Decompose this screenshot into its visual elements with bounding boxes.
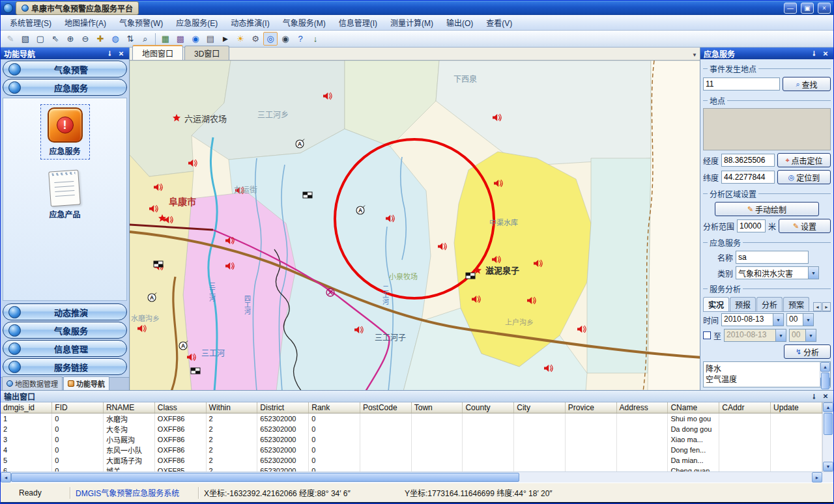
select-pointer-icon[interactable]: ⇖	[48, 32, 63, 46]
hour-to-combo[interactable]: 00 ▼	[789, 329, 816, 342]
analysis-tab-3[interactable]: 预案	[783, 297, 809, 311]
analyze-button[interactable]: ↯ 分析	[784, 344, 831, 359]
dropdown-arrow-icon[interactable]: ▼	[803, 314, 813, 326]
pin-icon[interactable]: ⊸	[810, 49, 819, 58]
pin-icon[interactable]: ⊸	[810, 392, 819, 401]
column-header-provice[interactable]: Provice	[565, 402, 616, 413]
column-header-fid[interactable]: FID	[52, 402, 104, 413]
close-icon[interactable]: ✕	[821, 49, 830, 58]
to-checkbox[interactable]	[703, 331, 711, 339]
column-header-cname[interactable]: CName	[668, 402, 719, 413]
export-data-icon[interactable]: ↓	[308, 32, 323, 46]
select-features-icon[interactable]: ▧	[18, 32, 33, 46]
map-export-icon[interactable]: ◉	[188, 32, 203, 46]
menu-item-7[interactable]: 测量计算(M)	[384, 16, 440, 29]
output-vertical-scrollbar[interactable]: ▲ ▼	[822, 402, 833, 471]
pointer-arrow-icon[interactable]: ►	[218, 32, 233, 46]
monitor-station-marker[interactable]	[356, 206, 365, 215]
column-header-dmgis_id[interactable]: dmgis_id	[1, 402, 52, 413]
dropdown-arrow-icon[interactable]: ▼	[805, 329, 816, 341]
menu-item-9[interactable]: 查看(V)	[480, 16, 519, 29]
list-item[interactable]: 空气温度	[704, 373, 819, 384]
left-tab-map-data[interactable]: 地图数据管理	[2, 376, 63, 390]
menu-item-0[interactable]: 系统管理(S)	[3, 16, 58, 29]
pin-icon[interactable]: ⊸	[106, 49, 115, 58]
longitude-field[interactable]	[721, 154, 775, 167]
column-header-address[interactable]: Address	[616, 402, 668, 413]
hour-from-combo[interactable]: 00 ▼	[786, 313, 814, 326]
menu-item-4[interactable]: 动态推演(I)	[224, 16, 276, 29]
road-shield-marker[interactable]	[466, 273, 475, 279]
road-shield-marker[interactable]	[303, 192, 312, 198]
minimize-button[interactable]: —	[784, 3, 797, 14]
nav-button-top-0[interactable]: 气象预警	[3, 61, 127, 77]
column-header-district[interactable]: District	[257, 402, 309, 413]
service-name-input[interactable]	[736, 251, 809, 264]
column-header-class[interactable]: Class	[154, 402, 206, 413]
tab-3d-window[interactable]: 3D窗口	[184, 46, 229, 60]
road-shield-marker[interactable]	[191, 368, 200, 374]
goto-location-button[interactable]: ◎ 定位到	[777, 170, 831, 184]
list-item[interactable]: 降水	[704, 363, 819, 373]
dropdown-arrow-icon[interactable]: ▼	[808, 267, 818, 279]
column-header-postcode[interactable]: PostCode	[360, 402, 411, 413]
add-layer-icon[interactable]: ▩	[173, 32, 188, 46]
emergency-service-shortcut[interactable]: ! 应急服务	[41, 105, 89, 159]
zoom-selection-icon[interactable]: ⌕	[138, 32, 152, 46]
map-canvas[interactable]: A	[130, 61, 700, 390]
zoom-out-icon[interactable]: ⊖	[78, 32, 93, 46]
zoom-in-icon[interactable]: ⊕	[63, 32, 78, 46]
table-row[interactable]: 60城关OXFF8526523020000Cheng guan	[1, 466, 822, 472]
tab-scroll-right-icon[interactable]: ►	[822, 302, 831, 311]
nav-button-top-1[interactable]: 应急服务	[3, 79, 127, 96]
analysis-tab-0[interactable]: 实况	[703, 297, 729, 311]
help-icon[interactable]: ?	[293, 32, 308, 46]
close-icon[interactable]: ✕	[117, 49, 126, 58]
left-tab-function-nav[interactable]: 功能导航	[63, 376, 109, 390]
column-header-rname[interactable]: RNAME	[103, 402, 154, 413]
find-button[interactable]: ⌕ 查找	[783, 77, 831, 91]
menu-item-3[interactable]: 应急服务(E)	[169, 16, 224, 29]
column-header-city[interactable]: City	[514, 402, 566, 413]
pan-move-icon[interactable]: ✚	[93, 32, 108, 46]
latitude-field[interactable]	[721, 171, 775, 184]
list-scrollbar[interactable]: ▲ ▼	[820, 362, 830, 387]
scroll-up-icon[interactable]: ▲	[820, 362, 830, 372]
emergency-product-shortcut[interactable]: 应急产品	[42, 168, 87, 222]
table-row[interactable]: 30小马厩沟OXFF8626523020000Xiao ma...	[1, 434, 822, 445]
dropdown-arrow-icon[interactable]: ▼	[773, 314, 783, 326]
click-locate-button[interactable]: ⌖ 点击定位	[777, 153, 831, 167]
map-tab-dropdown-icon[interactable]: ▼	[689, 49, 700, 60]
add-image-icon[interactable]: ▦	[158, 32, 173, 46]
service-type-combo[interactable]: 气象和洪水灾害 ▼	[736, 266, 819, 279]
analysis-tab-1[interactable]: 预报	[730, 297, 756, 311]
analysis-tab-2[interactable]: 分析	[756, 297, 783, 311]
column-header-within[interactable]: Within	[206, 402, 257, 413]
menu-item-1[interactable]: 地图操作(A)	[58, 16, 113, 29]
dropdown-arrow-icon[interactable]: ▼	[775, 329, 786, 341]
tab-map-window[interactable]: 地图窗口	[132, 45, 183, 60]
monitor-station-marker[interactable]	[296, 139, 304, 148]
menu-item-6[interactable]: 信息管理(I)	[332, 16, 384, 29]
tab-scroll-left-icon[interactable]: ◄	[813, 302, 822, 311]
column-header-caddr[interactable]: CAddr	[719, 402, 771, 413]
table-row[interactable]: 10水磨沟OXFF8626523020000Shui mo gou	[1, 413, 822, 424]
column-header-town[interactable]: Town	[411, 402, 463, 413]
close-button[interactable]: ×	[818, 3, 831, 14]
scroll-down-icon[interactable]: ▼	[823, 462, 833, 471]
restore-button[interactable]: ▣	[801, 3, 814, 14]
edit-pencil-icon[interactable]: ✎	[3, 32, 18, 46]
column-header-update[interactable]: Update	[771, 402, 822, 413]
table-row[interactable]: 50大面场子沟OXFF8626523020000Da mian...	[1, 455, 822, 466]
settings-gear-icon[interactable]: ⚙	[248, 32, 263, 46]
nav-button-bottom-0[interactable]: 动态推演	[3, 303, 127, 320]
select-rectangle-icon[interactable]: ▢	[33, 32, 48, 46]
visibility-eye-icon[interactable]: ◉	[278, 32, 293, 46]
scrollbar-thumb[interactable]	[11, 473, 519, 482]
close-icon[interactable]: ✕	[821, 392, 830, 401]
manual-draw-button[interactable]: ✎ 手动绘制	[715, 202, 819, 216]
road-shield-marker[interactable]	[154, 261, 163, 267]
date-to-combo[interactable]: 2010-08-13 ▼	[724, 329, 786, 342]
column-header-county[interactable]: County	[463, 402, 514, 413]
menu-item-8[interactable]: 输出(O)	[440, 16, 480, 29]
